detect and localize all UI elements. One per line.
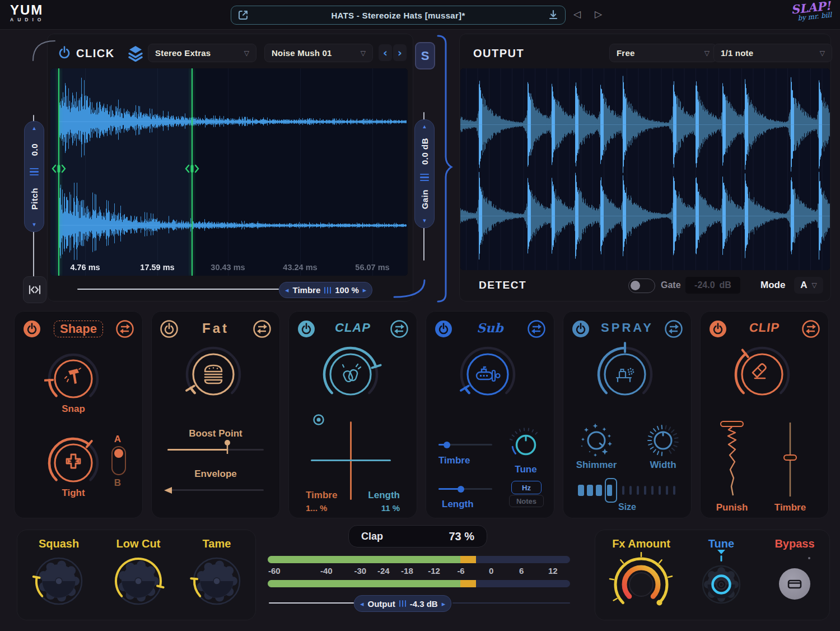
category-dropdown[interactable]: Stereo Extras ▽: [148, 44, 256, 62]
punish-handle[interactable]: [721, 421, 743, 426]
snap-knob[interactable]: [44, 350, 102, 408]
lowcut-knob[interactable]: [111, 554, 165, 608]
clip-timbre-handle[interactable]: [784, 455, 796, 460]
decrement-arrow-icon[interactable]: ◂: [360, 600, 364, 608]
timbre-slider-track[interactable]: [77, 289, 279, 290]
decrement-arrow-icon[interactable]: ▾: [32, 222, 36, 228]
tame-knob[interactable]: [190, 554, 244, 608]
increment-arrow-icon[interactable]: ▸: [363, 286, 367, 294]
tight-knob[interactable]: [44, 434, 102, 492]
drag-grip-icon[interactable]: [324, 287, 331, 294]
pitch-slider[interactable]: ▴ 0.0 Pitch ▾: [24, 121, 44, 232]
gain-slider[interactable]: ▴ 0.0 dB Gain ▾: [414, 119, 435, 228]
detect-title: DETECT: [479, 279, 526, 291]
boost-point-slider[interactable]: [167, 449, 264, 451]
envelope-handle[interactable]: [163, 486, 173, 495]
preset-bar[interactable]: HATS - Stereoize Hats [mussar]*: [231, 6, 566, 25]
ab-a-label: A: [113, 434, 122, 445]
output-slider-track-right[interactable]: [452, 602, 570, 604]
shape-ab-swap-icon[interactable]: [115, 319, 134, 338]
fx-value-pill[interactable]: Clap 73 %: [348, 525, 487, 548]
sub-length-handle[interactable]: [458, 486, 464, 493]
fat-knob[interactable]: [181, 342, 246, 407]
download-icon[interactable]: [547, 9, 559, 21]
sub-tune-label: Tune: [508, 464, 544, 475]
sub-length-slider[interactable]: [438, 488, 492, 490]
sub-timbre-slider[interactable]: [438, 444, 492, 446]
fat-ab-swap-icon[interactable]: [253, 319, 272, 338]
tight-label: Tight: [40, 488, 107, 499]
unit-notes-label: Notes: [516, 497, 536, 505]
decrement-arrow-icon[interactable]: ◂: [285, 286, 289, 294]
clapping-hands-icon: [337, 361, 364, 387]
clip-ab-swap-icon[interactable]: [801, 319, 820, 338]
ab-toggle[interactable]: [111, 446, 126, 475]
prev-preset-button[interactable]: ◁: [573, 8, 581, 20]
spray-knob[interactable]: [592, 342, 657, 407]
clap-ab-swap-icon[interactable]: [390, 319, 409, 338]
sample-start-marker[interactable]: [58, 68, 59, 276]
fx-value-label: Clap: [361, 531, 383, 542]
punish-slider[interactable]: [716, 420, 748, 499]
bypass-button[interactable]: [779, 568, 810, 600]
clap-timbre-label: Timbre: [306, 490, 337, 501]
spray-ab-swap-icon[interactable]: [664, 319, 683, 338]
increment-arrow-icon[interactable]: ▸: [442, 600, 446, 608]
external-link-icon[interactable]: [237, 9, 249, 21]
module-clap: CLAP Timbre 1... % Length 11 %: [288, 311, 417, 518]
layers-icon[interactable]: [128, 45, 143, 62]
gate-threshold-field[interactable]: -24.0 dB: [685, 277, 740, 294]
clip-timbre-slider[interactable]: [783, 420, 797, 499]
decrement-arrow-icon[interactable]: ▾: [423, 218, 426, 224]
section-brace: [435, 35, 454, 303]
sub-tune-knob[interactable]: [508, 427, 544, 463]
timbre-slider[interactable]: ◂ Timbre 100 % ▸: [279, 282, 372, 298]
bypass-led: [808, 557, 810, 559]
sample-end-marker[interactable]: [192, 68, 193, 276]
sub-timbre-handle[interactable]: [444, 442, 450, 448]
waveform-editor[interactable]: 4.76 ms 17.59 ms 30.43 ms 43.24 ms 56.07…: [50, 68, 408, 276]
fx-amount-knob[interactable]: [609, 552, 674, 617]
note-value-dropdown[interactable]: 1/1 note ▽: [713, 44, 832, 62]
clap-length-label: Length: [368, 490, 400, 501]
drag-grip-icon[interactable]: [30, 168, 39, 176]
top-bar: YUM AUDIO HATS - Stereoize Hats [mussar]…: [0, 0, 840, 30]
sync-mode-label: Free: [617, 48, 635, 58]
prev-sample-button[interactable]: ‹: [379, 44, 392, 61]
output-slider-track-left[interactable]: [269, 602, 354, 604]
sync-mode-dropdown[interactable]: Free ▽: [609, 44, 717, 62]
boost-point-handle[interactable]: [223, 439, 232, 454]
squash-knob[interactable]: [32, 554, 86, 608]
tune-knob[interactable]: [698, 561, 745, 608]
drag-grip-icon[interactable]: [399, 600, 406, 607]
module-fat: Fat Boost Point Envelope: [151, 311, 280, 518]
click-waveform-canvas[interactable]: [50, 68, 408, 276]
drag-grip-icon[interactable]: [420, 174, 429, 182]
increment-arrow-icon[interactable]: ▴: [32, 126, 36, 131]
solo-button[interactable]: S: [415, 42, 435, 69]
xy-pad-length-axis[interactable]: [311, 460, 391, 461]
zoom-reset-button[interactable]: [23, 276, 46, 303]
sub-knob[interactable]: [455, 342, 520, 407]
shimmer-knob[interactable]: [578, 423, 614, 458]
size-selector[interactable]: [578, 477, 676, 503]
clap-knob[interactable]: [318, 342, 383, 407]
mode-dropdown[interactable]: A ▽: [794, 277, 823, 294]
increment-arrow-icon[interactable]: ▴: [423, 124, 426, 129]
output-level-slider[interactable]: ◂ Output -4.3 dB ▸: [354, 595, 451, 612]
unit-hz-button[interactable]: Hz: [511, 481, 542, 494]
output-waveform: [460, 68, 830, 270]
sub-ab-swap-icon[interactable]: [527, 319, 546, 338]
envelope-slider[interactable]: [167, 489, 264, 491]
clip-knob[interactable]: [730, 342, 795, 407]
next-preset-button[interactable]: ▷: [595, 8, 602, 20]
width-knob[interactable]: [645, 423, 681, 458]
preset-name[interactable]: HATS - Stereoize Hats [mussar]*: [249, 11, 547, 20]
gate-toggle[interactable]: [628, 279, 655, 293]
xy-pad-marker-icon[interactable]: [312, 413, 325, 426]
size-handle[interactable]: [605, 478, 617, 503]
sample-dropdown[interactable]: Noise Mush 01 ▽: [264, 44, 373, 62]
next-sample-button[interactable]: ›: [393, 44, 407, 61]
click-power-button[interactable]: [56, 45, 73, 62]
unit-notes-button[interactable]: Notes: [509, 495, 544, 507]
